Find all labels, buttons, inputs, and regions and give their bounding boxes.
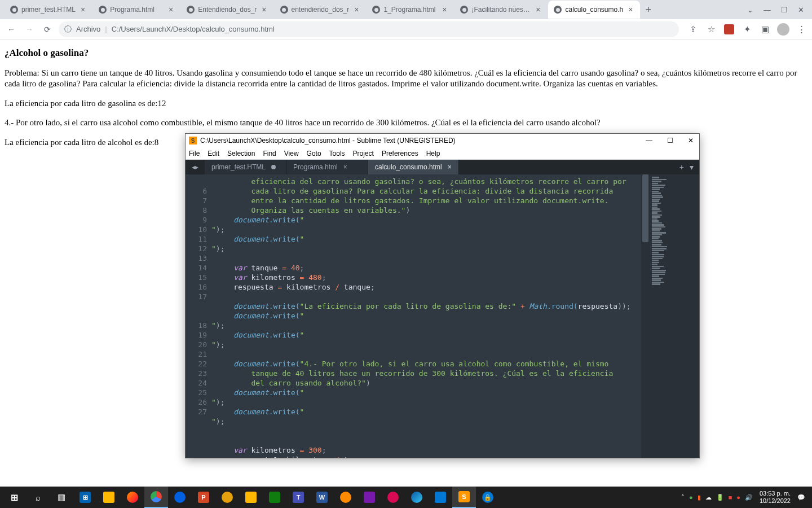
menu-edit[interactable]: Edit <box>208 150 219 157</box>
tab-entendiendo-2[interactable]: entendiendo_dos_r× <box>275 1 367 19</box>
sublime-window: S C:\Users\LaunchX\Desktop\calculo_consu… <box>185 133 700 458</box>
tab-dropdown-icon[interactable]: ▾ <box>690 163 694 172</box>
url-scheme-label: Archivo <box>76 25 100 33</box>
sublime-menubar: File Edit Selection Find View Goto Tools… <box>186 147 699 160</box>
minimize-icon[interactable]: — <box>643 135 655 146</box>
sublime-titlebar[interactable]: S C:\Users\LaunchX\Desktop\calculo_consu… <box>186 134 699 147</box>
tab-label: Programa.html <box>293 163 338 171</box>
info-icon: ⓘ <box>64 24 72 34</box>
app-icon[interactable] <box>334 487 358 508</box>
tab-1-programa[interactable]: 1_Programa.html× <box>367 1 454 19</box>
firefox-dev-icon[interactable] <box>168 487 192 508</box>
tab-facilitando[interactable]: ¡Facilitando nuestra× <box>454 1 548 19</box>
profile-avatar[interactable] <box>777 23 789 36</box>
sublime-tab-primer[interactable]: primer_test.HTML <box>205 160 286 174</box>
security-icon[interactable]: 🔒 <box>476 487 500 508</box>
taskview-button[interactable]: ▥ <box>50 487 73 508</box>
chrome-icon[interactable] <box>144 487 168 508</box>
sublime-icon: S <box>189 137 197 144</box>
close-icon[interactable]: × <box>352 5 360 14</box>
new-tab-button[interactable]: + <box>641 2 656 18</box>
minimap[interactable] <box>650 174 699 458</box>
close-icon[interactable]: × <box>79 5 87 14</box>
close-icon[interactable]: × <box>448 163 452 171</box>
menu-icon[interactable]: ⋮ <box>795 23 807 36</box>
forward-button[interactable]: → <box>23 23 36 36</box>
app-icon[interactable] <box>358 487 381 508</box>
code-editor[interactable]: eficiencia del carro usando gasolina? o … <box>211 174 641 458</box>
windows-taskbar: ⊞ ⌕ ▥ ⊞ P T W S 🔒 ˄ ● ▮ ☁ 🔋 ■ ● 🔊 03:53 … <box>0 487 812 508</box>
globe-icon <box>554 6 562 14</box>
back-button[interactable]: ← <box>5 23 18 36</box>
url-input[interactable]: ⓘ Archivo | C:/Users/LaunchX/Desktop/cal… <box>59 21 679 37</box>
close-icon[interactable]: × <box>260 5 268 14</box>
tab-nav-arrows[interactable]: ◂▸ <box>186 160 205 174</box>
tab-calculo-consumo[interactable]: calculo_consumo.h× <box>548 1 640 19</box>
tab-entendiendo-1[interactable]: Entendiendo_dos_r× <box>181 1 273 19</box>
folder-icon[interactable] <box>239 487 263 508</box>
notifications-icon[interactable]: 💬 <box>797 494 805 501</box>
maximize-icon[interactable]: ❐ <box>781 6 788 14</box>
menu-help[interactable]: Help <box>426 150 440 157</box>
plex-icon[interactable] <box>215 487 239 508</box>
calculator-icon[interactable]: ⊞ <box>73 487 97 508</box>
maximize-icon[interactable]: ☐ <box>665 135 676 146</box>
new-tab-icon[interactable]: + <box>679 163 684 172</box>
menu-goto[interactable]: Goto <box>307 150 321 157</box>
search-button[interactable]: ⌕ <box>26 487 50 508</box>
menu-preferences[interactable]: Preferences <box>382 150 418 157</box>
chrome-window-controls: ⌄ — ❐ ✕ <box>739 0 812 19</box>
tray-chevron-icon[interactable]: ˄ <box>681 494 685 501</box>
reload-button[interactable]: ⟳ <box>41 23 54 36</box>
battery-icon[interactable]: 🔋 <box>716 494 724 501</box>
close-icon[interactable]: ✕ <box>686 135 696 146</box>
explorer-icon[interactable] <box>97 487 121 508</box>
bookmark-icon[interactable]: ☆ <box>705 23 717 36</box>
chevron-down-icon[interactable]: ⌄ <box>747 6 753 14</box>
sublime-icon[interactable]: S <box>452 487 476 508</box>
vscode-icon[interactable] <box>429 487 452 508</box>
powerpoint-icon[interactable]: P <box>192 487 215 508</box>
minimize-icon[interactable]: — <box>764 6 771 14</box>
start-button[interactable]: ⊞ <box>2 487 26 508</box>
sidepanel-icon[interactable]: ▣ <box>759 23 771 36</box>
teams-icon[interactable]: T <box>286 487 310 508</box>
tray-icon[interactable]: ● <box>736 494 740 501</box>
tab-title: entendiendo_dos_r <box>292 6 350 14</box>
menu-tools[interactable]: Tools <box>329 150 345 157</box>
menu-project[interactable]: Project <box>353 150 374 157</box>
close-icon[interactable]: ✕ <box>798 6 804 14</box>
tray-icon[interactable]: ■ <box>729 494 732 501</box>
tray-icon[interactable]: ▮ <box>698 494 701 501</box>
scrollbar-thumb[interactable] <box>642 174 648 242</box>
close-icon[interactable]: × <box>534 5 542 14</box>
sublime-tab-programa[interactable]: Programa.html× <box>286 160 368 174</box>
close-icon[interactable]: × <box>626 5 634 14</box>
app-green-icon[interactable] <box>263 487 286 508</box>
sublime-tab-calculo[interactable]: calculo_consumo.html× <box>368 160 459 174</box>
ublock-icon[interactable] <box>723 23 735 36</box>
clock[interactable]: 03:53 p. m. 10/12/2022 <box>760 490 791 504</box>
close-icon[interactable]: × <box>167 5 175 14</box>
browser-tabstrip: primer_test.HTML× Programa.html× Entendi… <box>0 0 812 19</box>
edge-icon[interactable] <box>405 487 429 508</box>
extensions-icon[interactable]: ✦ <box>741 23 753 36</box>
menu-view[interactable]: View <box>284 150 299 157</box>
tab-programa[interactable]: Programa.html× <box>93 1 180 19</box>
onedrive-icon[interactable]: ☁ <box>705 494 712 501</box>
close-icon[interactable]: × <box>343 163 347 171</box>
debian-icon[interactable] <box>381 487 405 508</box>
share-icon[interactable]: ⇪ <box>687 23 699 36</box>
scrollbar-vertical[interactable] <box>641 174 650 458</box>
close-icon[interactable]: × <box>440 5 448 14</box>
volume-icon[interactable]: 🔊 <box>745 494 753 501</box>
globe-icon <box>187 6 195 14</box>
menu-find[interactable]: Find <box>263 150 276 157</box>
firefox-icon[interactable] <box>121 487 144 508</box>
tray-icon[interactable]: ● <box>689 494 693 501</box>
tab-primer-test[interactable]: primer_test.HTML× <box>5 1 92 19</box>
tab-title: ¡Facilitando nuestra <box>471 6 531 14</box>
menu-selection[interactable]: Selection <box>227 150 255 157</box>
menu-file[interactable]: File <box>189 150 200 157</box>
word-icon[interactable]: W <box>310 487 334 508</box>
